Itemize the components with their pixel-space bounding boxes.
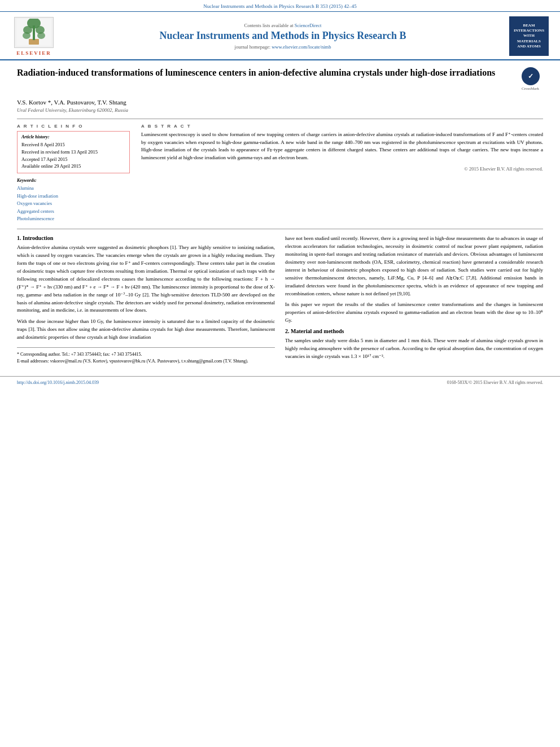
affiliation-line: Ural Federal University, Ekaterinburg 62… <box>17 107 543 113</box>
footnote-star: * Corresponding author. Tel.: +7 343 375… <box>17 351 275 358</box>
journal-homepage: journal homepage: www.elsevier.com/locat… <box>63 44 502 50</box>
section1-number: 1. <box>17 235 21 241</box>
article-info-abstract-row: A R T I C L E I N F O Article history: R… <box>17 124 543 223</box>
article-history-box: Article history: Received 8 April 2015 R… <box>17 131 130 173</box>
footnote-section: * Corresponding author. Tel.: +7 343 375… <box>17 347 275 365</box>
keyword-oxygen: Oxygen vacancies <box>17 200 130 208</box>
copyright-line: © 2015 Elsevier B.V. All rights reserved… <box>141 166 543 172</box>
keyword-photoluminescence: Photoluminescence <box>17 215 130 223</box>
keyword-alumina: Alumina <box>17 185 130 193</box>
section1-body-col2b: In this paper we report the results of t… <box>285 301 543 325</box>
abstract-header: A B S T R A C T <box>141 124 543 129</box>
section1-title: 1. Introduction <box>17 235 275 241</box>
right-img-line5: AND ATOMS <box>517 44 541 49</box>
authors-line: V.S. Kortov *, V.A. Pustovarov, T.V. Sht… <box>17 99 543 106</box>
keyword-high-dose: High-dose irradiation <box>17 193 130 200</box>
journal-homepage-link[interactable]: www.elsevier.com/locate/nimb <box>272 44 331 50</box>
contents-available-line: Contents lists available at ScienceDirec… <box>63 23 502 28</box>
crossmark-badge: ✓ CrossMark <box>518 67 543 91</box>
svg-text:✓: ✓ <box>528 72 533 80</box>
elsevier-logo: ELSEVIER <box>11 17 56 56</box>
left-column: 1. Introduction Anion-defective alumina … <box>17 235 275 365</box>
elsevier-brand-text: ELSEVIER <box>16 50 51 56</box>
journal-header: ELSEVIER Contents lists available at Sci… <box>0 12 560 60</box>
journal-name: Nuclear Instruments and Methods in Physi… <box>63 30 502 42</box>
section2-title: 2. Material and methods <box>285 328 543 334</box>
revised-date: Received in revised form 13 April 2015 <box>21 148 125 156</box>
section2-body: The samples under study were disks 5 mm … <box>285 337 543 361</box>
article-title: Radiation-induced transformations of lum… <box>17 67 518 79</box>
accepted-date: Accepted 17 April 2015 <box>21 156 125 163</box>
journal-title-center: Contents lists available at ScienceDirec… <box>63 23 502 50</box>
beam-interactions-image: BEAM INTERACTIONS WITH MATERIALS AND ATO… <box>509 16 549 56</box>
divider-2 <box>17 229 543 229</box>
sciencedirect-link[interactable]: ScienceDirect <box>295 23 322 28</box>
footnote-email: E-mail addresses: vskorov@mail.ru (V.S. … <box>17 358 275 365</box>
history-title: Article history: <box>21 134 125 139</box>
crossmark-circle: ✓ <box>522 67 540 85</box>
keyword-aggregated: Aggregated centers <box>17 208 130 216</box>
right-column: have not been studied until recently. Ho… <box>285 235 543 365</box>
abstract-column: A B S T R A C T Luminescent spectroscopy… <box>141 124 543 223</box>
svg-point-7 <box>37 32 45 39</box>
right-img-line4: MATERIALS <box>517 39 541 44</box>
abstract-text: Luminescent spectroscopy is used to show… <box>141 131 543 161</box>
section2-number: 2. <box>285 328 290 334</box>
right-img-line3: WITH <box>523 33 535 38</box>
section1-body-col1: Anion-defective alumina crystals were su… <box>17 244 275 314</box>
footer-issn: 0168-583X/© 2015 Elsevier B.V. All right… <box>447 380 543 385</box>
svg-point-6 <box>23 32 30 39</box>
right-img-line1: BEAM <box>523 23 535 28</box>
right-img-line2: INTERACTIONS <box>514 28 544 33</box>
elsevier-tree-image <box>14 17 54 48</box>
section1-body-col1b: With the dose increase higher than 10 Gy… <box>17 318 275 342</box>
article-info-header: A R T I C L E I N F O <box>17 124 130 129</box>
available-date: Available online 29 April 2015 <box>21 163 125 170</box>
page-footer: http://dx.doi.org/10.1016/j.nimb.2015.04… <box>0 376 560 387</box>
crossmark-label: CrossMark <box>522 86 539 91</box>
section1-body-col2: have not been studied until recently. Ho… <box>285 235 543 298</box>
article-title-section: Radiation-induced transformations of lum… <box>17 67 543 94</box>
main-text-columns: 1. Introduction Anion-defective alumina … <box>17 235 543 365</box>
article-info-column: A R T I C L E I N F O Article history: R… <box>17 124 130 223</box>
section2-title-text: Material and methods <box>291 328 344 334</box>
article-body: Radiation-induced transformations of lum… <box>0 60 560 372</box>
received-date: Received 8 April 2015 <box>21 141 125 148</box>
journal-top-bar: Nuclear Instruments and Methods in Physi… <box>0 0 560 12</box>
keywords-box: Keywords: Alumina High-dose irradiation … <box>17 178 130 223</box>
divider-1 <box>17 119 543 119</box>
keywords-title: Keywords: <box>17 178 130 183</box>
footer-doi[interactable]: http://dx.doi.org/10.1016/j.nimb.2015.04… <box>17 380 99 385</box>
